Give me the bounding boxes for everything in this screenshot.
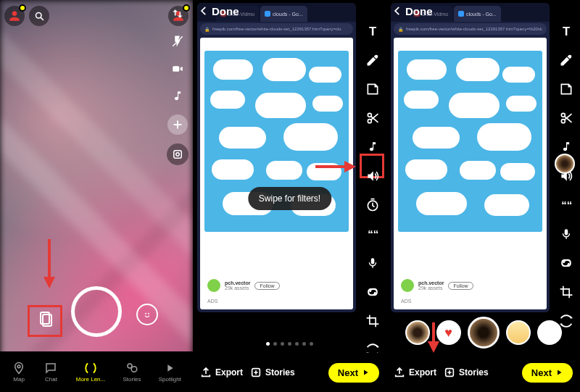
export-button[interactable]: Export	[394, 367, 436, 378]
play-icon	[555, 368, 563, 377]
applied-lens-preview[interactable]	[555, 154, 575, 174]
stories-button[interactable]: Stories	[250, 367, 295, 378]
lens-carousel[interactable]: ♥	[386, 317, 580, 349]
music-tool-icon[interactable]	[363, 138, 382, 157]
follow-button: Follow	[448, 282, 473, 290]
filter-dots	[193, 342, 386, 346]
editor-header: Done	[193, 0, 386, 22]
nav-label: More Len...	[76, 376, 105, 383]
stories-label: Stories	[265, 367, 295, 378]
chat-icon	[44, 362, 58, 375]
svg-point-5	[176, 153, 180, 157]
vendor-avatar	[401, 279, 414, 292]
svg-point-13	[131, 366, 137, 372]
stories-button[interactable]: Stories	[444, 367, 489, 378]
text-tool-icon[interactable]: T	[557, 22, 576, 41]
export-label: Export	[215, 367, 243, 378]
sticker-tool-icon[interactable]	[557, 80, 576, 99]
sticker-tool-icon[interactable]	[363, 80, 382, 99]
capture-button[interactable]	[71, 286, 122, 337]
nav-spotlight[interactable]: Spotlight	[159, 362, 181, 383]
draw-tool-icon[interactable]	[363, 51, 382, 70]
lens-explorer-icon[interactable]	[167, 143, 188, 165]
lens-option[interactable]	[506, 320, 531, 345]
export-label: Export	[409, 367, 436, 378]
edit-tools-column: T ““	[557, 22, 576, 330]
quote-icon[interactable]: ““	[557, 196, 576, 214]
nav-label: Stories	[123, 376, 141, 383]
music-icon[interactable]	[168, 87, 187, 106]
done-label: Done	[405, 5, 433, 17]
follow-button: Follow	[254, 282, 279, 290]
captured-content: 2-20-Vidmo clouds - Go... 🔒freepik.com/f…	[391, 3, 550, 312]
svg-rect-26	[565, 229, 568, 235]
back-button[interactable]: Done	[199, 5, 239, 17]
nav-chat[interactable]: Chat	[44, 362, 58, 383]
image-preview	[398, 51, 542, 232]
nav-stories[interactable]: Stories	[123, 362, 141, 383]
spotlight-icon	[162, 362, 177, 375]
scissors-icon[interactable]	[363, 109, 382, 128]
video-icon[interactable]	[168, 59, 187, 78]
editor-screen-1: 2-20-Vidmo clouds - Go... 🔒freepik.com/f…	[193, 0, 386, 392]
crop-icon[interactable]	[557, 283, 576, 301]
lens-option-selected[interactable]	[468, 317, 500, 349]
capture-row	[0, 286, 193, 337]
vendor-row: pch.vector29k assets Follow	[207, 279, 280, 292]
draw-tool-icon[interactable]	[557, 51, 576, 70]
svg-text:T: T	[563, 25, 570, 38]
svg-rect-4	[174, 151, 182, 159]
next-button[interactable]: Next	[522, 363, 573, 383]
crop-icon[interactable]	[363, 312, 382, 330]
svg-text:““: ““	[368, 228, 378, 240]
flash-icon[interactable]	[168, 32, 187, 51]
url-bar: 🔒freepik.com/free-vector/white-clouds-se…	[200, 23, 353, 35]
vendor-avatar	[207, 279, 220, 292]
next-label: Next	[531, 367, 552, 378]
export-button[interactable]: Export	[200, 367, 243, 378]
stories-add-icon	[250, 367, 262, 378]
lens-carousel-button[interactable]	[136, 304, 158, 325]
link-icon[interactable]	[557, 254, 576, 272]
flip-camera-icon[interactable]	[168, 4, 187, 23]
quote-icon[interactable]: ““	[363, 225, 382, 243]
ads-label: ADS	[207, 299, 218, 304]
timer-tool-icon[interactable]	[363, 196, 382, 214]
nav-map[interactable]: Map	[12, 362, 26, 383]
next-button[interactable]: Next	[328, 363, 379, 383]
notification-dot	[19, 4, 26, 12]
search-button[interactable]	[29, 6, 49, 26]
nav-label: Map	[13, 376, 25, 383]
back-button[interactable]: Done	[392, 5, 433, 17]
lens-option[interactable]	[537, 320, 562, 345]
editor-bottom-bar: Export Stories Next	[386, 353, 580, 392]
add-tool-icon[interactable]	[167, 114, 188, 135]
lenses-icon	[83, 362, 98, 375]
sound-icon[interactable]	[363, 167, 382, 185]
camera-screen: Map Chat More Len... Stories Spotlight	[0, 0, 193, 392]
map-pin-icon	[12, 362, 26, 375]
url-bar: 🔒freepik.com/free-vector/white-clouds-se…	[394, 23, 547, 35]
top-bar	[4, 4, 188, 28]
lens-option[interactable]: ♥	[436, 320, 461, 345]
nav-lenses[interactable]: More Len...	[76, 362, 105, 383]
svg-text:““: ““	[561, 199, 572, 211]
profile-button[interactable]	[4, 6, 25, 26]
export-icon	[200, 367, 212, 378]
swipe-hint: Swipe for filters!	[248, 187, 331, 210]
svg-point-11	[17, 364, 20, 367]
svg-point-9	[145, 313, 146, 314]
scissors-icon[interactable]	[557, 109, 576, 128]
camera-tools-column	[167, 4, 188, 165]
mic-icon[interactable]	[363, 254, 382, 272]
nav-label: Chat	[45, 376, 57, 383]
lens-option[interactable]	[405, 320, 430, 345]
next-label: Next	[338, 367, 358, 378]
text-tool-icon[interactable]: T	[363, 22, 382, 41]
nav-label: Spotlight	[159, 376, 181, 383]
svg-rect-3	[173, 66, 179, 72]
export-icon	[394, 367, 405, 378]
link-icon[interactable]	[363, 283, 382, 301]
mic-icon[interactable]	[557, 225, 576, 243]
svg-point-12	[128, 364, 132, 368]
